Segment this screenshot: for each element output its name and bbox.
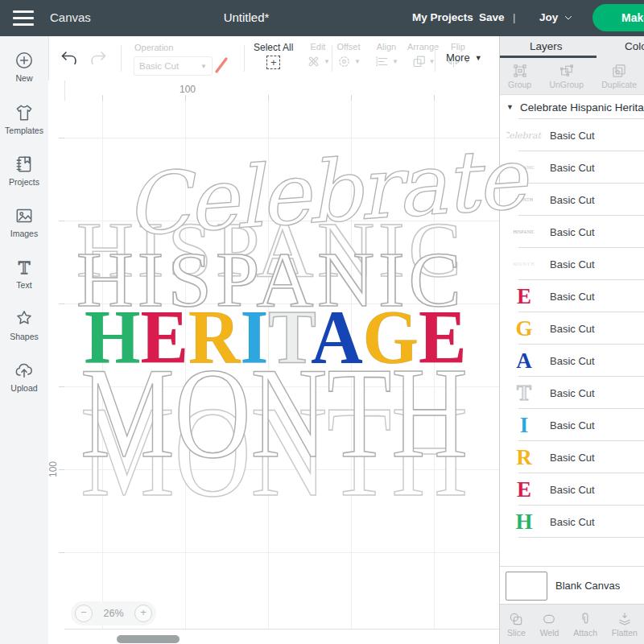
plus-circle-icon — [14, 50, 35, 71]
user-name: Joy — [539, 11, 558, 23]
ruler-label-100: 100 — [180, 84, 196, 95]
chevron-down-icon: ▼ — [324, 58, 330, 65]
operation-select[interactable]: Basic Cut ▼ — [134, 56, 213, 76]
heritage-letter[interactable]: E — [140, 294, 188, 380]
design-word-heritage[interactable]: HERITAGE — [85, 299, 467, 376]
sidebar-item-images[interactable]: Images — [0, 205, 48, 238]
slice-icon — [508, 611, 524, 627]
tshirt-icon — [14, 102, 35, 123]
layer-row[interactable]: H Basic Cut — [500, 506, 644, 538]
sidebar-item-label: New — [15, 73, 32, 83]
user-menu[interactable]: Joy — [539, 11, 573, 23]
redo-button[interactable] — [89, 49, 108, 68]
heritage-letter[interactable]: E — [419, 294, 467, 380]
tab-color[interactable]: Color — [625, 40, 644, 52]
canvas-workspace: 100 100 Celebrate HISPANIC HISPANIC HERI… — [48, 80, 499, 644]
notebook-icon — [14, 154, 35, 175]
toolbar-divider — [244, 45, 245, 72]
blank-canvas-row[interactable]: Blank Canvas — [500, 566, 644, 605]
align-icon — [374, 54, 390, 69]
text-icon: T — [19, 257, 31, 278]
layer-operation-label: Basic Cut — [550, 387, 595, 399]
ungroup-icon — [559, 63, 575, 79]
blank-canvas-thumbnail — [506, 572, 547, 601]
layer-row[interactable]: R Basic Cut — [500, 441, 644, 473]
undo-button[interactable] — [60, 49, 79, 68]
layer-operation-label: Basic Cut — [550, 452, 595, 464]
operation-label: Operation — [134, 43, 173, 52]
layers-panel: Layers Color Group UnGroup — [499, 36, 644, 644]
heritage-letter[interactable]: I — [240, 294, 268, 380]
sidebar-item-label: Images — [10, 229, 38, 238]
layer-thumbnail: G — [506, 318, 542, 340]
sidebar-item-label: Projects — [9, 177, 39, 187]
layer-row[interactable]: MONTH Basic Cut — [500, 248, 644, 280]
heritage-letter[interactable]: R — [188, 294, 240, 380]
layer-group-header[interactable]: ▼ Celebrate Hispanic Herita... — [500, 95, 644, 119]
left-sidebar: New Templates Projects Images T Text — [0, 36, 49, 644]
layer-thumbnail: E — [506, 479, 542, 501]
layer-operation-label: Basic Cut — [550, 355, 595, 367]
sidebar-item-shapes[interactable]: Shapes — [0, 308, 48, 341]
sidebar-item-label: Shapes — [10, 332, 39, 341]
sidebar-item-text[interactable]: T Text — [0, 257, 48, 290]
layer-thumbnail: R — [506, 447, 542, 469]
sidebar-item-upload[interactable]: Upload — [0, 360, 48, 393]
layer-operation-label: Basic Cut — [550, 323, 595, 335]
chevron-down-icon: ▼ — [200, 63, 207, 70]
slice-button[interactable]: Slice — [507, 605, 526, 644]
project-title[interactable]: Untitled* — [224, 10, 270, 24]
horizontal-scrollbar[interactable] — [117, 635, 180, 643]
sidebar-item-new[interactable]: New — [0, 50, 48, 83]
layer-row[interactable]: E Basic Cut — [500, 280, 644, 312]
layer-operation-label: Basic Cut — [550, 516, 595, 528]
design-canvas[interactable]: Celebrate HISPANIC HISPANIC HERITAGE MON… — [64, 101, 499, 630]
edit-menu-button[interactable]: Edit ▼ — [306, 42, 330, 69]
canvas-mode-label: Canvas — [50, 10, 91, 24]
group-button[interactable]: Group — [508, 58, 531, 94]
layer-row[interactable]: A Basic Cut — [500, 345, 644, 377]
layer-thumbnail: H — [506, 511, 542, 533]
layer-row[interactable]: E Basic Cut — [500, 473, 644, 506]
hamburger-menu-icon[interactable] — [13, 10, 34, 26]
design-word-celebrate[interactable]: Celebrate — [122, 137, 526, 249]
zoom-out-button[interactable]: − — [75, 605, 93, 622]
layer-row[interactable]: G Basic Cut — [500, 312, 644, 345]
layer-operation-label: Basic Cut — [550, 291, 595, 303]
duplicate-button[interactable]: Duplicate — [601, 58, 637, 94]
collapse-caret-icon[interactable]: ▼ — [506, 103, 514, 111]
align-menu-button[interactable]: Align ▼ — [374, 42, 398, 69]
group-icon — [512, 63, 528, 79]
flatten-label: Flatten — [612, 628, 638, 638]
heritage-letter[interactable]: H — [85, 294, 140, 380]
sidebar-item-label: Upload — [10, 383, 37, 393]
offset-menu-button[interactable]: Offset ▼ — [336, 42, 361, 69]
layer-row[interactable]: I Basic Cut — [500, 409, 644, 441]
ungroup-button[interactable]: UnGroup — [549, 58, 584, 94]
sidebar-item-templates[interactable]: Templates — [0, 102, 48, 135]
save-button[interactable]: Save — [479, 11, 505, 23]
heritage-letter[interactable]: T — [268, 294, 311, 380]
tab-layers[interactable]: Layers — [530, 40, 563, 52]
color-swatch[interactable] — [212, 56, 231, 74]
my-projects-link[interactable]: My Projects — [412, 11, 473, 23]
layer-row[interactable]: Celebrate Basic Cut — [500, 119, 644, 151]
photo-icon — [14, 205, 35, 226]
zoom-in-button[interactable]: + — [134, 605, 152, 622]
select-all-button[interactable]: Select All + — [254, 42, 293, 69]
flatten-button[interactable]: Flatten — [612, 605, 638, 644]
heritage-letter[interactable]: A — [311, 294, 362, 380]
make-button[interactable]: Make — [592, 4, 644, 31]
weld-button[interactable]: Weld — [540, 605, 559, 644]
layer-operation-label: Basic Cut — [550, 258, 595, 270]
chevron-down-icon: ▼ — [392, 58, 398, 65]
sidebar-item-projects[interactable]: Projects — [0, 154, 48, 187]
offset-label: Offset — [336, 42, 360, 52]
weld-label: Weld — [540, 628, 559, 638]
toolbar-divider — [332, 45, 332, 72]
attach-button[interactable]: Attach — [573, 605, 597, 644]
layer-row[interactable]: T Basic Cut — [500, 377, 644, 409]
top-bar: Canvas Untitled* My Projects Save | Joy … — [0, 0, 644, 36]
more-menu-button[interactable]: More ▼ — [446, 52, 482, 64]
heritage-letter[interactable]: G — [363, 294, 419, 380]
